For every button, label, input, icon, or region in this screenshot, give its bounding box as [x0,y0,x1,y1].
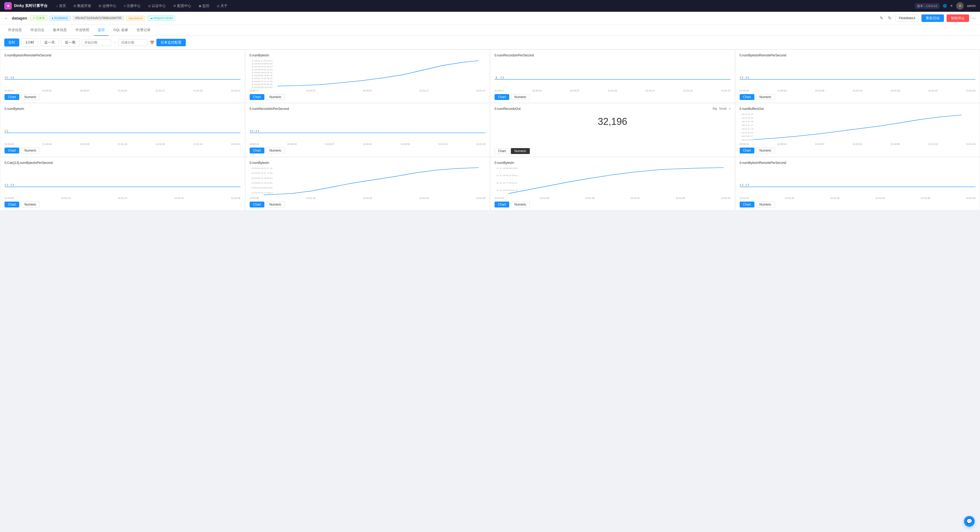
svg-text:1.0: 1.0 [495,76,504,79]
control-Small[interactable]: Small [719,107,727,110]
tab-info[interactable]: 作业信息 [4,25,25,36]
svg-text:4005: 4005 [741,139,753,141]
chart-card-c7: 0.numRecordsOut BigSmall⤢ 32,196 ChartNu… [490,103,735,157]
chart-buttons-c3: ChartNumeric [495,94,730,100]
version-badge: 版本：1.0.0-rc1 [915,3,940,9]
theme-toggle[interactable]: ☀ [950,4,953,8]
control-Big[interactable]: Big [713,107,717,110]
nav-config[interactable]: ⚙ 配置中心 [170,2,194,10]
svg-text:4017: 4017 [741,124,753,126]
charts-grid: 0.numBytesInRemotePerSecond 0.0 21:00:17… [0,49,980,210]
chart-buttons-c9: ChartNumeric [5,202,240,207]
app-logo[interactable]: ✦ Dinky 实时计算平台 [4,2,48,10]
svg-text:1890868: 1890868 [251,62,273,65]
chart-btn-Numeric-c2[interactable]: Numeric [266,94,285,100]
nav-ops[interactable]: ⊞ 运维中心 [95,2,119,10]
filter-realtime[interactable]: 实时 [4,38,19,46]
about-icon: ◎ [217,4,220,8]
nav-dev[interactable]: ⊞ 数据开发 [70,2,94,10]
chart-btn-Chart-c8[interactable]: Chart [740,148,754,153]
svg-text:0.0: 0.0 [740,184,749,186]
chart-card-c11: 0.numBytesIn 214890821482502147592214683… [490,157,735,210]
second-bar-right: ✎ ↻ FlinkWebUI 重新启动 智能停止 ··· [879,14,976,22]
tab-alert[interactable]: 告警记录 [133,25,154,36]
filter-1h[interactable]: 1小时 [21,38,38,46]
chart-btn-Numeric-c1[interactable]: Numeric [21,94,40,100]
tag-published: ✔ 已发布 [30,15,47,21]
tab-lineage[interactable]: SQL 血缘 [110,25,132,36]
chart-btn-Chart-c6[interactable]: Chart [250,148,264,153]
chart-area-c12: 0.0 [740,167,976,196]
chart-btn-Numeric-c8[interactable]: Numeric [756,148,775,153]
tab-monitor[interactable]: 监控 [94,25,108,36]
nav-home[interactable]: ⌂ 首页 [53,2,69,10]
config-button[interactable]: 任务监控配置 [156,39,186,46]
chart-buttons-c1: ChartNumeric [5,94,240,100]
chart-title-c7: 0.numRecordsOut [495,107,730,111]
chart-card-c4: 0.numBytesInRemotePerSecond 0.0 21:00:42… [735,49,980,103]
chart-btn-Numeric-c4[interactable]: Numeric [756,94,775,100]
nav-about[interactable]: ◎ 关于 [213,2,231,10]
date-arrow: → [113,41,116,45]
chart-btn-Numeric-c11[interactable]: Numeric [511,202,530,207]
svg-text:0.0: 0.0 [250,130,259,132]
tab-snapshot[interactable]: 作业快照 [72,25,93,36]
tab-log[interactable]: 作业日志 [27,25,48,36]
chart-btn-Numeric-c3[interactable]: Numeric [511,94,530,100]
chart-btn-Chart-c1[interactable]: Chart [5,94,19,100]
svg-text:2147592: 2147592 [496,182,517,184]
stop-button[interactable]: 智能停止 [947,14,969,22]
nav-monitor[interactable]: ◉ 监控 [196,2,213,10]
chart-btn-Chart-c7[interactable]: Chart [495,148,509,154]
chart-btn-Numeric-c10[interactable]: Numeric [266,202,285,207]
chart-area-c3: 1.0 [495,59,730,89]
chart-btn-Numeric-c5[interactable]: Numeric [21,148,40,153]
chart-buttons-c8: ChartNumeric [740,148,976,153]
ops-icon: ⊞ [99,4,101,8]
svg-text:2664074: 2664074 [251,167,273,169]
flink-webui-button[interactable]: FlinkWebUI [895,15,919,22]
config-icon: ⚙ [173,4,176,8]
logo-icon: ✦ [4,2,12,10]
globe-icon[interactable]: 🌐 [943,4,947,8]
svg-text:1886584: 1886584 [251,83,273,86]
nav-auth[interactable]: ◎ 认证中心 [145,2,169,10]
svg-text:2148908: 2148908 [496,167,517,169]
svg-text:0.0: 0.0 [5,184,14,186]
filter-1week[interactable]: 近一周 [61,38,80,46]
more-button[interactable]: ··· [972,15,976,21]
chart-buttons-c4: ChartNumeric [740,94,976,100]
chart-btn-Chart-c10[interactable]: Chart [250,202,264,207]
end-date-input[interactable] [118,39,148,46]
refresh-icon[interactable]: ↻ [887,14,892,22]
chart-btn-Chart-c12[interactable]: Chart [740,202,754,207]
chart-title-c6: 0.numRecordsInPerSecond [250,107,486,111]
chart-btn-Chart-c4[interactable]: Chart [740,94,754,100]
chart-btn-Chart-c11[interactable]: Chart [495,202,509,207]
x-labels-c5: 21:00:4221:00:5421:01:0621:01:1821:01:30… [5,143,240,145]
restart-button[interactable]: 重新启动 [921,14,944,22]
chart-btn-Numeric-c7[interactable]: Numeric [511,148,530,154]
nav-registry[interactable]: ≡ 注册中心 [121,2,144,10]
nav-items: ⌂ 首页 ⊞ 数据开发 ⊞ 运维中心 ≡ 注册中心 ◎ 认证中心 ⚙ 配置中心 … [53,2,910,10]
svg-text:2660608: 2660608 [251,186,273,189]
tab-version[interactable]: 版本信息 [49,25,71,36]
chart-btn-Numeric-c6[interactable]: Numeric [266,148,285,153]
chart-btn-Numeric-c12[interactable]: Numeric [756,202,775,207]
chart-btn-Chart-c2[interactable]: Chart [250,94,264,100]
back-button[interactable]: ← [4,16,8,21]
chart-btn-Chart-c3[interactable]: Chart [495,94,509,100]
chart-buttons-c12: ChartNumeric [740,202,976,207]
start-date-input[interactable] [81,39,111,46]
filter-1day[interactable]: 近一天 [40,38,59,46]
chart-btn-Numeric-c9[interactable]: Numeric [21,202,40,207]
control-⤢[interactable]: ⤢ [729,107,731,110]
chart-title-c5: 0.numBytesIn [5,107,240,111]
chart-btn-Chart-c5[interactable]: Chart [5,148,19,153]
chart-title-c8: 0.numBuffersOut [740,107,976,111]
chart-area-c2: 1891500189086818902901889620188904218884… [250,59,486,89]
user-avatar[interactable]: A [956,2,964,10]
big-number-c7: 32,196 [495,116,730,127]
edit-icon[interactable]: ✎ [879,14,884,22]
chart-btn-Chart-c9[interactable]: Chart [5,202,19,207]
